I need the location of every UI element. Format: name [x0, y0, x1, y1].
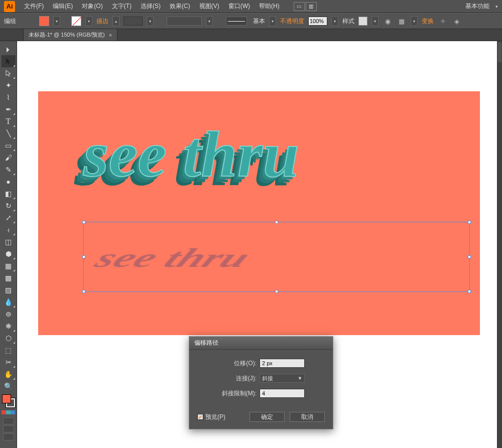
paintbrush-tool[interactable]: 🖌 [2, 152, 16, 164]
selection-handle[interactable] [468, 255, 471, 258]
shape-builder-tool[interactable]: ⬢ [2, 248, 16, 260]
pencil-tool[interactable]: ✎ [2, 164, 16, 176]
miter-label: 斜接限制(M): [222, 389, 257, 398]
preview-checkbox[interactable]: ✔ 预览(P) [197, 413, 225, 421]
menu-window[interactable]: 窗口(W) [224, 1, 254, 12]
menu-file[interactable]: 文件(F) [20, 1, 48, 12]
menu-edit[interactable]: 编辑(E) [49, 1, 77, 12]
selection-tool[interactable] [2, 55, 16, 67]
ok-button[interactable]: 确定 [249, 412, 285, 422]
magic-wand-tool[interactable]: ✦ [2, 79, 16, 91]
edit-contents-icon[interactable]: ◈ [452, 16, 462, 26]
width-tool[interactable]: ⫞ [2, 224, 16, 236]
fill-swatch[interactable] [39, 16, 49, 26]
menu-help[interactable]: 帮助(H) [255, 1, 284, 12]
document-tab[interactable]: 未标题-1* @ 150% (RGB/预览) × [23, 29, 117, 41]
right-panel-dock[interactable] [497, 41, 502, 448]
arrange-icon[interactable]: ▥ [306, 2, 317, 11]
stroke-variable-select[interactable] [167, 17, 202, 26]
direct-selection-tool[interactable] [2, 67, 16, 79]
eyedropper-tool[interactable]: 💧 [2, 296, 16, 308]
eraser-tool[interactable]: ◧ [2, 188, 16, 200]
join-value: 斜接 [262, 375, 273, 382]
stroke-var-dd[interactable]: ▾ [206, 16, 213, 26]
opacity-label[interactable]: 不透明度 [280, 17, 304, 26]
perspective-tool[interactable]: ▦ [2, 260, 16, 272]
artboard-tool[interactable]: ⬚ [2, 344, 16, 356]
selection-handle[interactable] [275, 290, 278, 293]
dialog-title: 偏移路径 [189, 337, 333, 350]
slice-tool[interactable]: ✂ [2, 356, 16, 368]
checkbox-icon: ✔ [197, 414, 203, 420]
selection-handle[interactable] [82, 255, 85, 258]
join-select[interactable]: 斜接 ▼ [260, 374, 305, 383]
fill-dropdown[interactable]: ▾ [53, 16, 60, 26]
lasso-tool[interactable]: ⌇ [2, 91, 16, 103]
stroke-swatch[interactable] [71, 16, 81, 26]
cancel-button[interactable]: 取消 [290, 412, 325, 422]
opacity-input[interactable] [308, 17, 327, 26]
style-dd[interactable]: ▾ [371, 16, 379, 26]
rotate-tool[interactable]: ↻ [2, 200, 16, 212]
selection-handle[interactable] [82, 221, 85, 224]
menu-bar: Ai 文件(F) 编辑(E) 对象(O) 文字(T) 选择(S) 效果(C) 视… [0, 0, 502, 13]
chevron-down-icon: ▾ [495, 4, 498, 9]
graph-tool[interactable]: ⬡ [2, 332, 16, 344]
selection-bounding-box[interactable] [83, 222, 470, 292]
close-icon[interactable]: × [109, 32, 112, 38]
line-tool[interactable]: ╲ [2, 127, 16, 139]
draw-mode-behind[interactable] [3, 425, 14, 432]
blob-brush-tool[interactable]: ● [2, 176, 16, 188]
panel-tab[interactable] [497, 42, 501, 62]
fill-color-icon[interactable] [2, 394, 11, 403]
gradient-tool[interactable]: ▨ [2, 284, 16, 296]
brush-profile-label: 基本 [253, 17, 265, 26]
color-mode-strip[interactable] [2, 410, 16, 414]
miter-input[interactable] [260, 389, 305, 398]
style-swatch[interactable] [358, 17, 367, 26]
menu-object[interactable]: 对象(O) [78, 1, 106, 12]
opacity-dd[interactable]: ▾ [331, 16, 338, 26]
zoom-tool[interactable]: 🔍 [2, 380, 16, 392]
recolor-icon[interactable]: ◉ [383, 16, 393, 26]
stroke-weight-dd[interactable]: ▾ [147, 16, 154, 26]
stroke-label[interactable]: 描边 [96, 17, 108, 26]
color-picker[interactable] [2, 394, 15, 407]
selection-handle[interactable] [82, 290, 85, 293]
transform-label[interactable]: 变换 [422, 17, 434, 26]
doc-layout-icon[interactable]: ▭ [294, 2, 305, 11]
brush-dd[interactable]: ▾ [269, 16, 276, 26]
align-dd[interactable]: ▾ [411, 16, 418, 26]
pen-tool[interactable]: ✒ [2, 103, 16, 115]
isolate-icon[interactable]: ✧ [438, 16, 448, 26]
type-tool[interactable]: T [2, 115, 16, 127]
offset-path-dialog: 偏移路径 位移(O): 连接(J): 斜接 ▼ 斜接限制(M): ✔ 预览(P)… [189, 336, 333, 429]
stroke-weight-up[interactable]: ▴ [112, 16, 119, 26]
artwork-outline-text: see thru [83, 116, 299, 192]
menu-view[interactable]: 视图(V) [195, 1, 223, 12]
align-icon[interactable]: ▦ [397, 16, 407, 26]
menu-select[interactable]: 选择(S) [137, 1, 165, 12]
stroke-weight-input[interactable] [123, 17, 143, 26]
brush-preview[interactable] [226, 17, 247, 26]
menu-type[interactable]: 文字(T) [108, 1, 136, 12]
selection-handle[interactable] [468, 221, 471, 224]
selection-handle[interactable] [275, 221, 278, 224]
mesh-tool[interactable]: ▩ [2, 272, 16, 284]
scale-tool[interactable]: ⤢ [2, 212, 16, 224]
selection-handle[interactable] [468, 290, 471, 293]
style-label: 样式 [342, 17, 354, 26]
hand-tool[interactable]: ✋ [2, 368, 16, 380]
draw-mode-normal[interactable] [3, 417, 14, 424]
toolbar-toggle-icon[interactable]: ⏵ [2, 43, 16, 55]
offset-input[interactable] [260, 359, 305, 368]
stroke-dropdown[interactable]: ▾ [85, 16, 92, 26]
menu-effect[interactable]: 效果(C) [166, 1, 194, 12]
rectangle-tool[interactable]: ▭ [2, 139, 16, 152]
blend-tool[interactable]: ⊚ [2, 308, 16, 320]
free-transform-tool[interactable]: ◫ [2, 236, 16, 248]
workspace-switcher[interactable]: 基本功能 [462, 2, 492, 11]
screen-mode[interactable] [3, 433, 14, 440]
symbol-sprayer-tool[interactable]: ❋ [2, 320, 16, 332]
document-tab-bar: 未标题-1* @ 150% (RGB/预览) × [0, 29, 502, 41]
